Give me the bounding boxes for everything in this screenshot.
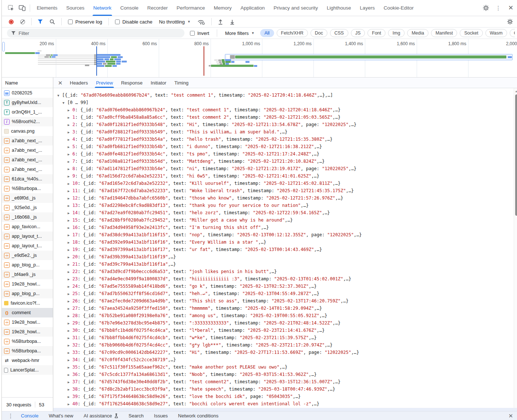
name-column-header[interactable]: Name	[2, 78, 53, 88]
filter-type-js[interactable]: JS	[351, 29, 365, 37]
collapsed-caret-icon[interactable]: ▶	[68, 261, 72, 268]
collapsed-caret-icon[interactable]: ▶	[68, 378, 72, 386]
preview-line[interactable]: ▶18: {_id: "67ad392e99a413a1bf116f16", t…	[53, 238, 517, 246]
preview-line[interactable]: ▶3: {_id: "67ad0f28812f1edf9333b549", te…	[53, 128, 517, 136]
request-row[interactable]: <>_e9d5e2._js	[2, 251, 53, 260]
collapsed-caret-icon[interactable]: ▶	[68, 342, 72, 349]
devtools-tab-privacy-and-security[interactable]: Privacy and security	[269, 0, 323, 16]
preview-line[interactable]: ▶7: {_id: "67ad108a812f1edf9333b54d", te…	[53, 158, 517, 165]
preview-line[interactable]: ▶32: {_id: "67bb9060b4d6f0275f4cd4cc", t…	[53, 341, 517, 349]
request-row[interactable]: <>app_favicon...	[2, 222, 53, 231]
collapsed-caret-icon[interactable]: ▶	[68, 165, 72, 173]
filter-type-css[interactable]: CSS	[330, 29, 348, 37]
collapsed-caret-icon[interactable]: ▶	[68, 107, 72, 114]
devtools-tab-recorder[interactable]: Recorder	[143, 0, 172, 16]
collapsed-caret-icon[interactable]: ▶	[68, 276, 72, 283]
collapsed-caret-icon[interactable]: ▶	[68, 143, 72, 151]
devtools-tab-elements[interactable]: Elements	[32, 0, 62, 16]
collapsed-caret-icon[interactable]: ▶	[68, 217, 72, 224]
device-toolbar-icon[interactable]	[17, 3, 28, 14]
preview-line[interactable]: ▶9: {_id: "67ad156d72c6d7aba2e52231", te…	[53, 172, 517, 180]
preview-line[interactable]: ▶35: {_id: "67c511f30f155a65aaef962c", t…	[53, 363, 517, 371]
request-row[interactable]: <>app_layout_t...	[2, 241, 53, 251]
request-row[interactable]: <>app_blog_p...	[2, 260, 53, 270]
preview-line[interactable]: ▶26: {_id: "67ae2fec0de7209d663a4d9b", t…	[53, 297, 517, 305]
collapsed-caret-icon[interactable]: ▶	[68, 239, 72, 246]
preview-line[interactable]: ▶19: {_id: "67ad397399a413a1bf116f17", t…	[53, 246, 517, 253]
request-row[interactable]: /%5Broot%2...	[2, 117, 53, 126]
collapsed-caret-icon[interactable]: ▶	[68, 290, 72, 298]
request-row[interactable]: <>%5Bturbopa...	[2, 337, 53, 346]
settings-gear-icon[interactable]	[480, 3, 491, 14]
request-row[interactable]: <>_16b068._js	[2, 212, 53, 222]
detail-tab-response[interactable]: Response	[117, 78, 147, 88]
preview-line[interactable]: ▶23: {_id: "67ad4e9ec0499f9a1800837d", t…	[53, 275, 517, 283]
preview-line[interactable]: ▶25: {_id: "67ad7b550632ff8f56cd16d7", t…	[53, 290, 517, 297]
expanded-caret-icon[interactable]: ▼	[57, 92, 62, 99]
preserve-log-checkbox[interactable]: Preserve log	[65, 16, 105, 27]
filter-type-img[interactable]: Img	[388, 29, 405, 37]
devtools-tab-lighthouse[interactable]: Lighthouse	[322, 0, 355, 16]
collapsed-caret-icon[interactable]: ▶	[68, 268, 72, 276]
overview-drag-handle[interactable]	[2, 42, 5, 51]
collapsed-caret-icon[interactable]: ▶	[68, 136, 72, 143]
request-row[interactable]: <>19e28_howl...	[2, 327, 53, 337]
drawer-tab-network-conditions[interactable]: Network conditions	[173, 413, 224, 419]
more-options-icon[interactable]: ⋮	[493, 3, 504, 14]
preview-line[interactable]: ▶0: {_id: "67ad076e609eabb860967b24", te…	[53, 106, 517, 114]
export-har-button[interactable]	[227, 16, 237, 27]
collapsed-caret-icon[interactable]: ▶	[68, 187, 72, 195]
devtools-tab-memory[interactable]: Memory	[209, 0, 236, 16]
preview-line[interactable]: ▶1: {_id: "67ad0cff9ba8458a8a85a6cc", te…	[53, 114, 517, 121]
collapsed-caret-icon[interactable]: ▶	[68, 386, 72, 393]
collapsed-caret-icon[interactable]: ▶	[68, 180, 72, 187]
filter-type-other[interactable]: Other	[510, 29, 515, 37]
scrollbar-thumb[interactable]	[515, 94, 517, 216]
filter-type-wasm[interactable]: Wasm	[485, 29, 507, 37]
drawer-tab-what-s-new[interactable]: What's new	[44, 413, 79, 419]
request-row[interactable]: favicon.ico?f...	[2, 298, 53, 308]
preview-line[interactable]: ▶34: {_id: "67c0f0f434fc52c2cce38719",…}	[53, 356, 517, 363]
collapsed-caret-icon[interactable]: ▶	[68, 356, 72, 364]
disable-cache-checkbox[interactable]: Disable cache	[112, 16, 155, 27]
preview-line[interactable]: ▶6: {_id: "67ad0fe4812f1edf9333b54c", te…	[53, 150, 517, 158]
preview-line[interactable]: ▶21: {_id: "67ad39c799a413a1bf116f1a",…}	[53, 261, 517, 268]
collapsed-caret-icon[interactable]: ▶	[68, 393, 72, 401]
request-row[interactable]: 02082025	[2, 88, 53, 98]
invert-checkbox[interactable]: Invert	[187, 28, 212, 39]
request-row[interactable]: TgyByhwUxId...	[2, 98, 53, 107]
request-row[interactable]: <>_e69f0d._js	[2, 193, 53, 203]
request-row[interactable]: <>a7abb_next_...	[2, 165, 53, 174]
request-row[interactable]: <>61dca_%40s...	[2, 174, 53, 184]
preview-line[interactable]: ▶12: {_id: "67ad194647dbba7abfc6560b", t…	[53, 194, 517, 202]
collapsed-caret-icon[interactable]: ▶	[68, 195, 72, 202]
filter-type-manifest[interactable]: Manifest	[431, 29, 457, 37]
preview-line[interactable]: ▶15: {_id: "67ad28bf9f0280ab7fc29452", t…	[53, 216, 517, 224]
filter-type-font[interactable]: Font	[367, 29, 385, 37]
scroll-up-arrow[interactable]: ▲	[514, 90, 517, 93]
collapsed-caret-icon[interactable]: ▶	[68, 371, 72, 378]
collapsed-caret-icon[interactable]: ▶	[68, 312, 72, 320]
preview-line[interactable]: ▶40: {_id: "67f1762544648638c58d9e27", t…	[53, 400, 517, 408]
close-devtools-icon[interactable]: ✕	[505, 3, 516, 14]
collapsed-caret-icon[interactable]: ▶	[68, 298, 72, 305]
network-overview-timeline[interactable]: 200 ms400 ms600 ms800 ms1,000 ms1,200 ms…	[2, 39, 517, 78]
collapsed-caret-icon[interactable]: ▶	[68, 209, 72, 217]
filter-type-all[interactable]: All	[260, 29, 274, 37]
preview-line[interactable]: ▶10: {_id: "67ad165e72c6d7aba2e52232", t…	[53, 180, 517, 187]
collapsed-caret-icon[interactable]: ▶	[68, 224, 72, 231]
preview-line[interactable]: ▶8: {_id: "67ad1147812f1edf9333b54e", te…	[53, 165, 517, 172]
collapsed-caret-icon[interactable]: ▶	[68, 254, 72, 261]
request-row[interactable]: LancerSplat...	[2, 365, 53, 375]
more-filters-dropdown[interactable]: More filters ▼	[222, 28, 257, 39]
throttling-dropdown[interactable]: No throttling ▼	[157, 16, 193, 27]
collapsed-caret-icon[interactable]: ▶	[68, 158, 72, 165]
request-row[interactable]: Tor3nQ6H_1_...	[2, 107, 53, 117]
preview-line[interactable]: ▶31: {_id: "67bb8ffbb4d6f0275f4cd4cb", t…	[53, 334, 517, 341]
preview-line[interactable]: ▶14: {_id: "67ad27ea9f0280ab7fc29451", t…	[53, 209, 517, 216]
drawer-tab-issues[interactable]: Issues	[149, 413, 173, 419]
request-row[interactable]: <>_925e0d._js	[2, 203, 53, 212]
preview-line[interactable]: ▶28: {_id: "67b52be91a080f29198e0a76", t…	[53, 312, 517, 319]
preview-line[interactable]: ▶4: {_id: "67ad0f77812f1edf9333b54a", te…	[53, 136, 517, 143]
network-settings-gear-icon[interactable]	[505, 16, 516, 27]
